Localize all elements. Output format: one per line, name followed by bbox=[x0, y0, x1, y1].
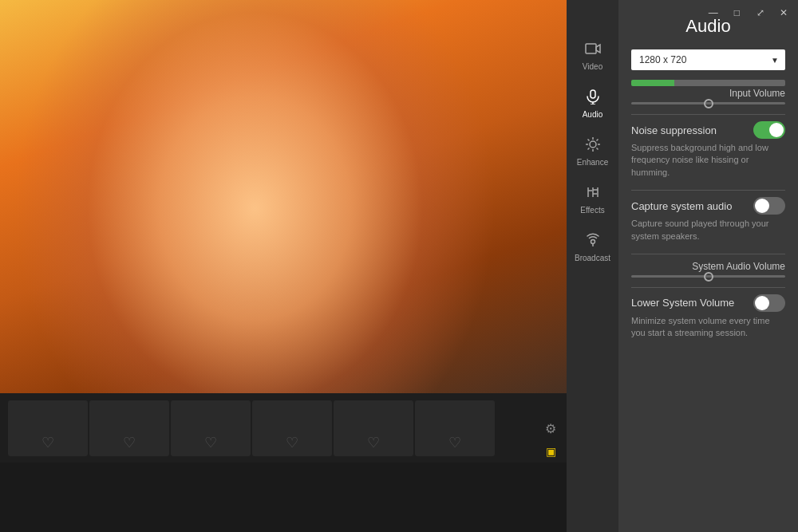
heart-icon-4: ♡ bbox=[286, 434, 298, 451]
svg-line-10 bbox=[596, 148, 598, 150]
record-icon: ▣ bbox=[546, 445, 556, 458]
effects-label: Effects bbox=[580, 206, 604, 215]
divider-1 bbox=[631, 114, 785, 115]
capture-system-audio-row: Capture system audio Capture sound playe… bbox=[631, 197, 785, 242]
system-volume-label: System Audio Volume bbox=[631, 261, 785, 272]
video-icon bbox=[585, 41, 601, 59]
broadcast-label: Broadcast bbox=[575, 254, 610, 262]
filter-thumb-5[interactable]: ♡ bbox=[334, 400, 413, 456]
audio-label: Audio bbox=[583, 110, 603, 119]
audio-icon bbox=[585, 89, 601, 107]
noise-suppression-knob bbox=[769, 123, 784, 137]
input-volume-track[interactable] bbox=[631, 102, 785, 104]
system-volume-thumb[interactable] bbox=[704, 272, 713, 282]
capture-audio-toggle[interactable] bbox=[753, 197, 785, 215]
close-button[interactable]: ✕ bbox=[773, 2, 796, 24]
settings-icon: ⚙ bbox=[545, 421, 556, 436]
svg-rect-0 bbox=[586, 44, 596, 53]
noise-suppression-title: Noise suppression bbox=[631, 124, 717, 136]
heart-icon-6: ♡ bbox=[448, 434, 461, 451]
capture-audio-knob bbox=[755, 199, 769, 213]
svg-line-11 bbox=[596, 140, 598, 141]
lower-volume-knob bbox=[755, 296, 769, 310]
sidebar-item-effects[interactable]: Effects bbox=[567, 175, 618, 223]
enhance-icon bbox=[585, 136, 601, 155]
filter-thumb-6[interactable]: ♡ bbox=[415, 400, 495, 456]
settings-panel: Audio 1280 x 720 1920 x 1080 720 x 480 ▼… bbox=[618, 0, 798, 532]
heart-icon-1: ♡ bbox=[41, 434, 54, 451]
effects-icon bbox=[585, 184, 601, 203]
input-volume-slider-container: Input Volume bbox=[631, 88, 785, 104]
svg-rect-1 bbox=[591, 90, 595, 98]
minimize-button[interactable]: — bbox=[702, 2, 725, 24]
divider-3 bbox=[631, 254, 785, 254]
noise-suppression-track bbox=[753, 121, 785, 139]
filter-thumb-3[interactable]: ♡ bbox=[171, 400, 251, 456]
sidebar-item-audio[interactable]: Audio bbox=[567, 80, 618, 128]
capture-audio-header: Capture system audio bbox=[631, 197, 785, 215]
resolution-dropdown-wrapper: 1280 x 720 1920 x 1080 720 x 480 ▼ bbox=[631, 49, 785, 70]
capture-audio-title: Capture system audio bbox=[631, 200, 732, 212]
noise-suppression-toggle[interactable] bbox=[753, 121, 785, 139]
lower-system-volume-row: Lower System Volume Minimize system volu… bbox=[631, 294, 785, 340]
noise-suppression-row: Noise suppression Suppress background hi… bbox=[631, 121, 785, 179]
divider-4 bbox=[631, 287, 785, 288]
input-volume-thumb[interactable] bbox=[704, 99, 713, 108]
lower-volume-header: Lower System Volume bbox=[631, 294, 785, 312]
main-area: ♡ ♡ ♡ ♡ ♡ ♡ ⚙ ▣ bbox=[0, 0, 567, 463]
noise-suppression-header: Noise suppression bbox=[631, 121, 785, 139]
enhance-label: Enhance bbox=[577, 158, 608, 167]
record-button[interactable]: ▣ bbox=[535, 440, 567, 463]
volume-meter bbox=[631, 80, 785, 86]
svg-line-9 bbox=[587, 140, 589, 141]
divider-2 bbox=[631, 190, 785, 191]
heart-icon-3: ♡ bbox=[204, 434, 217, 451]
capture-audio-track bbox=[753, 197, 785, 215]
side-nav: Video Audio Enh bbox=[567, 0, 618, 532]
noise-suppression-desc: Suppress background high and low frequen… bbox=[631, 142, 785, 179]
capture-audio-desc: Capture sound played through your system… bbox=[631, 218, 785, 242]
lower-volume-desc: Minimize system volume every time you st… bbox=[631, 315, 785, 340]
sidebar-item-broadcast[interactable]: Broadcast bbox=[567, 223, 618, 271]
svg-point-4 bbox=[590, 141, 596, 148]
resolution-dropdown[interactable]: 1280 x 720 1920 x 1080 720 x 480 bbox=[631, 49, 785, 70]
broadcast-icon bbox=[585, 232, 601, 250]
lower-volume-toggle[interactable] bbox=[753, 294, 785, 312]
heart-icon-5: ♡ bbox=[367, 434, 380, 451]
heart-icon-2: ♡ bbox=[123, 434, 136, 451]
filter-thumb-1[interactable]: ♡ bbox=[8, 400, 88, 456]
filter-thumb-2[interactable]: ♡ bbox=[89, 400, 169, 456]
lower-volume-track bbox=[753, 294, 785, 312]
volume-meter-fill bbox=[631, 80, 785, 86]
bottom-settings-button[interactable]: ⚙ bbox=[535, 416, 567, 440]
title-bar: — □ ⤢ ✕ bbox=[702, 0, 798, 26]
restore-button[interactable]: ⤢ bbox=[749, 2, 772, 24]
svg-point-19 bbox=[591, 240, 595, 244]
system-volume-track[interactable] bbox=[631, 275, 785, 278]
sidebar-item-enhance[interactable]: Enhance bbox=[567, 128, 618, 175]
sidebar-item-video[interactable]: Video bbox=[567, 32, 618, 80]
maximize-button[interactable]: □ bbox=[726, 2, 749, 24]
filter-strip: ♡ ♡ ♡ ♡ ♡ ♡ ⚙ ▣ bbox=[0, 393, 567, 463]
filter-thumb-4[interactable]: ♡ bbox=[252, 400, 332, 456]
system-volume-slider-container: System Audio Volume bbox=[631, 261, 785, 278]
svg-line-12 bbox=[587, 148, 589, 150]
input-volume-label: Input Volume bbox=[631, 88, 785, 99]
lower-volume-title: Lower System Volume bbox=[631, 297, 734, 309]
video-label: Video bbox=[583, 62, 602, 71]
